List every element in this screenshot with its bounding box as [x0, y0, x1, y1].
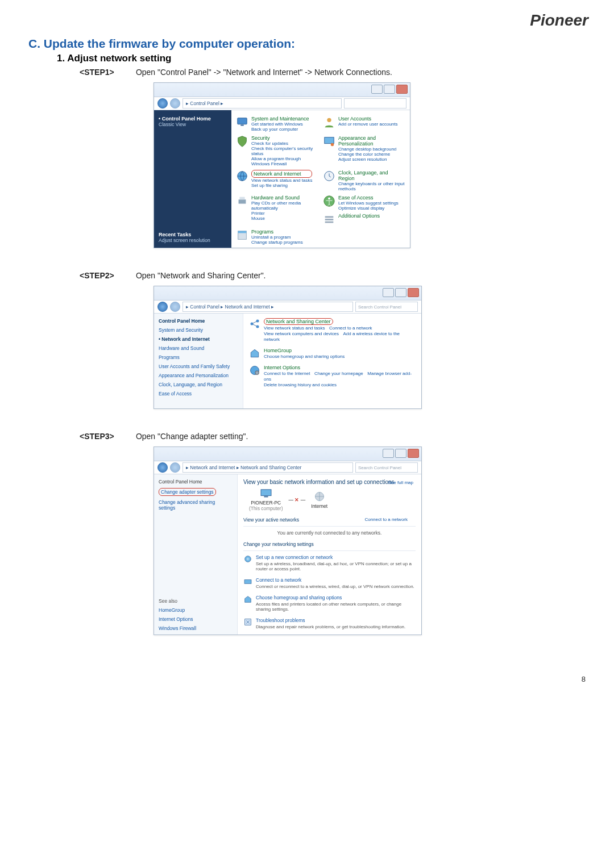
- sidebar-see-item[interactable]: HomeGroup: [159, 607, 233, 613]
- sidebar-change-adapter[interactable]: Change adapter settings: [159, 488, 216, 496]
- close-button[interactable]: [396, 85, 408, 94]
- task-homegroup[interactable]: Choose homegroup and sharing optionsAcce…: [243, 595, 416, 616]
- category-security[interactable]: SecurityCheck for updatesCheck this comp…: [236, 135, 318, 166]
- sidebar-see-also-header: See also: [159, 598, 233, 604]
- category-system-maintenance[interactable]: System and MaintenanceGet started with W…: [236, 116, 318, 132]
- svg-point-10: [328, 198, 330, 200]
- printer-icon: [236, 195, 248, 207]
- nav-forward-icon[interactable]: [170, 98, 180, 108]
- step3-row: <STEP3> Open "Change adapter setting".: [80, 432, 586, 441]
- user-icon: [323, 116, 335, 128]
- sidebar: Control Panel Home System and Security •…: [154, 314, 243, 409]
- category-programs[interactable]: ProgramsUninstall a programChange startu…: [236, 229, 318, 245]
- svg-rect-7: [239, 199, 246, 203]
- maximize-button[interactable]: [395, 288, 406, 297]
- sidebar-item[interactable]: Programs: [159, 354, 238, 360]
- sidebar-see-item[interactable]: Windows Firewall: [159, 625, 233, 631]
- sidebar: Control Panel Home Change adapter settin…: [154, 474, 238, 635]
- category-ease-of-access[interactable]: Ease of AccessLet Windows suggest settin…: [323, 195, 405, 211]
- svg-rect-15: [238, 231, 247, 233]
- search-input[interactable]: Search Control Panel: [355, 302, 418, 312]
- minimize-button[interactable]: [371, 85, 383, 94]
- see-full-map-link[interactable]: See full map: [388, 480, 413, 485]
- category-network-internet[interactable]: Network and InternetView network status …: [236, 170, 318, 191]
- clock-icon: [323, 170, 335, 182]
- maximize-button[interactable]: [384, 85, 395, 94]
- svg-point-16: [251, 323, 254, 326]
- troubleshoot-icon: [243, 617, 252, 627]
- connect-network-link[interactable]: Connect to a network: [364, 517, 408, 522]
- close-button[interactable]: [408, 449, 419, 458]
- svg-rect-22: [264, 496, 268, 498]
- close-button[interactable]: [408, 288, 419, 297]
- step3-label: <STEP3>: [80, 432, 134, 441]
- svg-point-20: [255, 371, 259, 375]
- computer-icon: [260, 489, 272, 499]
- svg-rect-21: [261, 490, 271, 496]
- group-homegroup[interactable]: HomeGroup Choose homegroup and sharing o…: [249, 348, 416, 359]
- category-user-accounts[interactable]: User AccountsAdd or remove user accounts: [323, 116, 405, 132]
- breadcrumb[interactable]: ▸ Control Panel ▸ Network and Internet ▸: [182, 302, 353, 312]
- minimize-button[interactable]: [383, 288, 394, 297]
- svg-rect-13: [325, 222, 334, 223]
- step2-instruction: Open "Network and Sharing Center".: [136, 271, 266, 280]
- nav-back-icon[interactable]: [157, 462, 168, 473]
- internet-icon: [314, 491, 325, 502]
- options-icon: [323, 213, 335, 226]
- sidebar-see-item[interactable]: Internet Options: [159, 616, 233, 622]
- breadcrumb[interactable]: ▸ Control Panel ▸: [182, 98, 342, 108]
- maximize-button[interactable]: [395, 449, 406, 458]
- sidebar-home[interactable]: Control Panel Home: [159, 318, 238, 324]
- search-input[interactable]: Search Control Panel: [355, 462, 418, 473]
- monitor-icon: [236, 116, 248, 128]
- svg-rect-12: [325, 219, 334, 220]
- category-hardware-sound[interactable]: Hardware and SoundPlay CDs or other medi…: [236, 195, 318, 226]
- search-input[interactable]: [344, 98, 406, 108]
- group-internet-options[interactable]: Internet Options Connect to the Internet…: [249, 365, 416, 387]
- homegroup-icon: [243, 595, 252, 604]
- change-settings-header: Change your networking settings: [243, 541, 416, 547]
- connect-icon: [243, 577, 252, 586]
- network-icon: [249, 318, 260, 329]
- sidebar-home[interactable]: Control Panel Home: [159, 479, 233, 485]
- sidebar-item[interactable]: User Accounts and Family Safety: [159, 364, 238, 369]
- sidebar-item[interactable]: Clock, Language, and Region: [159, 382, 238, 387]
- shield-icon: [236, 135, 248, 148]
- sidebar-home[interactable]: • Control Panel Home: [159, 116, 227, 122]
- appearance-icon: [323, 135, 335, 148]
- task-troubleshoot[interactable]: Troubleshoot problemsDiagnose and repair…: [243, 617, 416, 634]
- section-heading-c: C. Update the firmware by computer opera…: [28, 37, 586, 51]
- sidebar-change-advanced[interactable]: Change advanced sharing settings: [159, 499, 233, 511]
- svg-point-17: [256, 320, 259, 323]
- category-additional-options[interactable]: Additional Options: [323, 213, 405, 226]
- screenshot-network-internet: ▸ Control Panel ▸ Network and Internet ▸…: [154, 286, 422, 409]
- step1-instruction: Open "Control Panel" -> "Network and Int…: [136, 68, 392, 77]
- task-connect-network[interactable]: Connect to a networkConnect or reconnect…: [243, 577, 416, 594]
- svg-rect-25: [244, 580, 251, 584]
- screenshot-sharing-center: ▸ Network and Internet ▸ Network and Sha…: [154, 446, 422, 635]
- nav-forward-icon[interactable]: [170, 462, 180, 473]
- sidebar-classic-view[interactable]: Classic View: [159, 122, 227, 127]
- section-subheading-1: 1. Adjust network setting: [57, 53, 586, 64]
- nav-back-icon[interactable]: [157, 98, 168, 108]
- svg-rect-0: [238, 118, 247, 124]
- svg-rect-11: [325, 216, 334, 218]
- sidebar-item[interactable]: System and Security: [159, 327, 238, 333]
- sidebar-recent-item[interactable]: Adjust screen resolution: [159, 237, 227, 243]
- sidebar-item[interactable]: Appearance and Personalization: [159, 373, 238, 378]
- minimize-button[interactable]: [383, 449, 394, 458]
- svg-rect-1: [240, 125, 244, 126]
- step2-row: <STEP2> Open "Network and Sharing Center…: [80, 271, 586, 280]
- active-networks-message: You are currently not connected to any n…: [243, 530, 416, 536]
- sidebar-item[interactable]: Ease of Access: [159, 391, 238, 397]
- group-network-sharing-center[interactable]: Network and Sharing Center View network …: [249, 318, 416, 342]
- sidebar-item[interactable]: Hardware and Sound: [159, 345, 238, 351]
- screenshot-control-panel: ▸ Control Panel ▸ • Control Panel Home C…: [154, 82, 410, 248]
- breadcrumb[interactable]: ▸ Network and Internet ▸ Network and Sha…: [182, 462, 353, 473]
- sidebar-item-current[interactable]: • Network and Internet: [159, 336, 238, 342]
- category-clock-language[interactable]: Clock, Language, and RegionChange keyboa…: [323, 170, 405, 191]
- category-appearance[interactable]: Appearance and PersonalizationChange des…: [323, 135, 405, 166]
- nav-forward-icon[interactable]: [170, 302, 180, 312]
- nav-back-icon[interactable]: [157, 302, 168, 312]
- task-setup-connection[interactable]: Set up a new connection or networkSet up…: [243, 554, 416, 576]
